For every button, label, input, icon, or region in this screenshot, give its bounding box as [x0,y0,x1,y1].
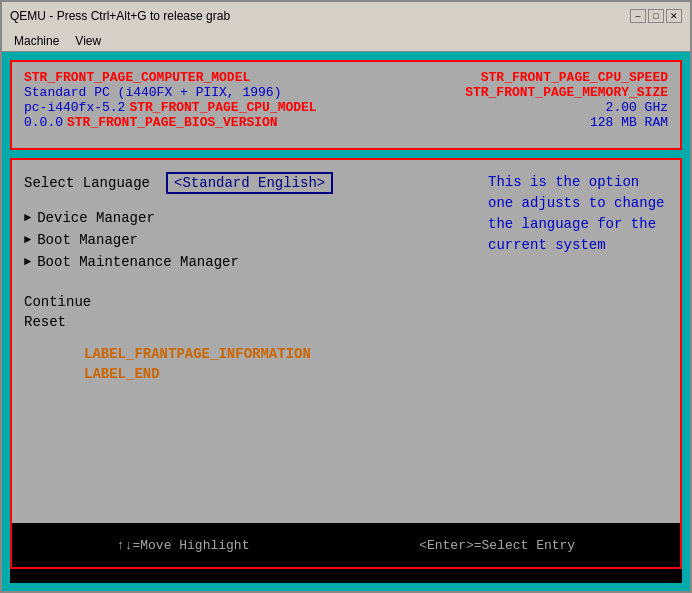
bios-panel: Select Language <Standard English> ► Dev… [10,158,682,569]
window-controls: – □ ✕ [630,9,682,23]
memory-label: STR_FRONT_PAGE_MEMORY_SIZE [465,85,668,100]
select-language-row: Select Language <Standard English> [24,172,476,194]
info-label: LABEL_FRANTPAGE_INFORMATION [84,346,311,362]
header-area: STR_FRONT_PAGE_COMPUTER_MODEL Standard P… [10,60,682,150]
continue-action[interactable]: Continue [24,294,476,310]
qemu-window: QEMU - Press Ctrl+Alt+G to release grab … [0,0,692,593]
list-item[interactable]: ► Device Manager [24,210,476,226]
title-bar: QEMU - Press Ctrl+Alt+G to release grab … [2,2,690,30]
machine-menu[interactable]: Machine [6,32,67,50]
computer-model-value: Standard PC (i440FX + PIIX, 1996) [24,85,346,100]
bios-help-text: This is the option one adjusts to change… [488,172,668,511]
arrow-icon: ► [24,211,31,225]
bios-left: Select Language <Standard English> ► Dev… [24,172,476,511]
maximize-button[interactable]: □ [648,9,664,23]
menu-bar: Machine View [2,30,690,52]
bios-version-value: 0.0.0 [24,115,63,130]
view-menu[interactable]: View [67,32,109,50]
close-button[interactable]: ✕ [666,9,682,23]
header-right: STR_FRONT_PAGE_CPU_SPEED STR_FRONT_PAGE_… [346,70,668,140]
bottom-strip [10,569,682,583]
select-language-value[interactable]: <Standard English> [166,172,333,194]
list-item[interactable]: ► Boot Manager [24,232,476,248]
window-title: QEMU - Press Ctrl+Alt+G to release grab [10,9,230,23]
list-item[interactable]: ► Boot Maintenance Manager [24,254,476,270]
boot-maintenance-label: Boot Maintenance Manager [37,254,239,270]
qemu-screen: STR_FRONT_PAGE_COMPUTER_MODEL Standard P… [2,52,690,591]
bios-content: Select Language <Standard English> ► Dev… [12,160,680,523]
memory-value: 128 MB RAM [590,115,668,130]
navigate-hint: ↑↓=Move Highlight [117,538,250,553]
end-label: LABEL_END [84,366,160,382]
boot-manager-label: Boot Manager [37,232,138,248]
bios-actions: Continue Reset [24,294,476,330]
center-labels: LABEL_FRANTPAGE_INFORMATION LABEL_END [24,346,476,382]
header-left: STR_FRONT_PAGE_COMPUTER_MODEL Standard P… [24,70,346,140]
minimize-button[interactable]: – [630,9,646,23]
select-language-label: Select Language [24,175,150,191]
arrow-icon: ► [24,233,31,247]
reset-action[interactable]: Reset [24,314,476,330]
arrow-icon: ► [24,255,31,269]
cpu-speed-value: 2.00 GHz [606,100,668,115]
device-manager-label: Device Manager [37,210,155,226]
bios-menu-entries: ► Device Manager ► Boot Manager ► Boot M… [24,210,476,270]
status-bar: ↑↓=Move Highlight <Enter>=Select Entry [12,523,680,567]
computer-model-label: STR_FRONT_PAGE_COMPUTER_MODEL [24,70,346,85]
bios-version-label: STR_FRONT_PAGE_BIOS_VERSION [67,115,278,130]
select-hint: <Enter>=Select Entry [419,538,575,553]
cpu-model-value: pc-i440fx-5.2 [24,100,125,115]
cpu-speed-label: STR_FRONT_PAGE_CPU_SPEED [481,70,668,85]
cpu-model-label: STR_FRONT_PAGE_CPU_MODEL [129,100,316,115]
